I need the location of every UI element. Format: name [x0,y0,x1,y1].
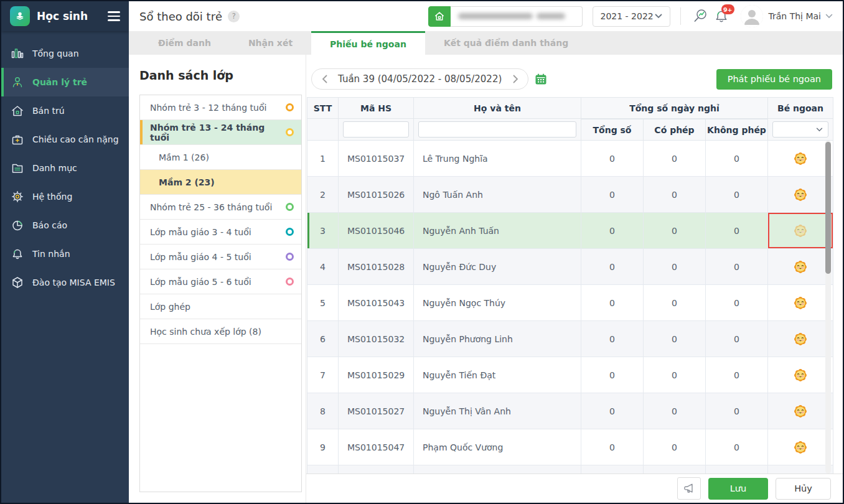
sidebar-item-he-thong[interactable]: Hệ thống [1,182,129,211]
week-selector: Tuần 39 (04/05/2022 - 08/05/2022) [311,68,528,90]
good-child-sticker-icon[interactable] [768,429,833,465]
class-panel: Danh sách lớp Nhóm trẻ 3 - 12 tháng tuổi… [129,55,306,503]
search-analytics-icon[interactable] [690,6,711,27]
pie-chart-icon [10,218,25,233]
class-item[interactable]: Học sinh chưa xếp lớp (8) [140,319,301,344]
col-header-sticker: Bé ngoan [768,98,833,118]
class-item[interactable]: Lớp mẫu giáo 4 - 5 tuổi [140,245,301,269]
status-dot [286,278,294,286]
avatar[interactable] [741,5,763,27]
notifications-bell-icon[interactable]: 9+ [711,6,732,27]
class-item[interactable]: Lớp mẫu giáo 3 - 4 tuổi [140,220,301,245]
class-item[interactable]: Lớp ghép [140,294,301,319]
sidebar-item-label: Đào tạo MISA EMIS [32,278,115,287]
tab-nhan-xet[interactable]: Nhận xét [230,31,311,55]
home-icon[interactable] [428,6,451,27]
class-item-selected-group[interactable]: Nhóm trẻ 13 - 24 tháng tuổi [140,120,301,145]
chevron-down-icon [655,14,662,19]
class-item[interactable]: Mầm 1 (26) [140,145,301,170]
table-row[interactable]: 6 MS01015032 Nguyễn Phương Linh 0 0 0 [307,321,833,357]
bar-chart-icon [10,46,25,61]
user-menu-chevron-icon[interactable] [825,14,833,19]
cancel-button[interactable]: Hủy [776,478,831,500]
sidebar-item-ban-tru[interactable]: Bán trú [1,96,129,125]
table-row[interactable]: 1 MS01015037 Lê Trung Nghĩa 0 0 0 [307,141,833,177]
table-row[interactable]: 9 MS01015047 Phạm Quốc Vương 0 0 0 [307,429,833,465]
good-child-sticker-icon[interactable] [768,285,833,320]
status-dot [286,103,294,111]
sidebar-item-tin-nhan[interactable]: Tin nhắn [1,240,129,268]
tab-ket-qua-diem-danh-thang[interactable]: Kết quả điểm danh tháng [425,31,587,55]
sidebar-item-danh-muc[interactable]: Danh mục [1,154,129,182]
footer-actions: Lưu Hủy [306,474,843,503]
scrollbar-thumb[interactable] [825,142,831,274]
save-button[interactable]: Lưu [708,478,768,500]
help-icon[interactable]: ? [228,11,240,22]
class-item-selected-class[interactable]: Mầm 2 (23) [140,170,301,195]
app-window: Học sinh Tổng quan Quản lý trẻ Bán tr [0,0,844,504]
good-child-sticker-icon[interactable] [768,141,833,176]
sidebar-item-label: Chiều cao cân nặng [32,134,119,144]
sidebar-item-chieu-cao-can-nang[interactable]: Chiều cao cân nặng [1,125,129,154]
sidebar-item-label: Quản lý trẻ [32,77,87,87]
class-item[interactable]: Nhóm trẻ 3 - 12 tháng tuổi [140,95,301,120]
table-row[interactable]: 8 MS01015027 Nguyễn Thị Vân Anh 0 0 0 [307,393,833,429]
table-row[interactable]: 7 MS01015029 Nguyễn Tiến Đạt 0 0 0 [307,357,833,393]
sticker-filter-select[interactable] [772,121,828,138]
sidebar-item-label: Danh mục [32,163,77,173]
week-toolbar: Tuần 39 (04/05/2022 - 08/05/2022) Phát p… [307,68,832,90]
table-row-selected[interactable]: 3 MS01015046 Nguyễn Anh Tuấn 0 0 0 [307,213,833,249]
good-child-sticker-icon[interactable] [768,177,833,212]
sidebar-item-label: Hệ thống [32,192,72,202]
school-year-value: 2021 - 2022 [601,11,655,21]
sidebar-item-tong-quan[interactable]: Tổng quan [1,39,129,68]
calendar-icon[interactable] [535,73,547,85]
prev-week-icon[interactable] [316,70,333,88]
col-header-name: Họ và tên [414,98,581,118]
sidebar-item-label: Báo cáo [32,220,67,230]
status-dot [286,128,294,136]
table-row[interactable]: 5 MS01015043 Nguyễn Ngọc Thúy 0 0 0 [307,285,833,321]
good-child-sticker-icon[interactable] [768,249,833,284]
notification-badge: 9+ [721,4,734,14]
good-child-sticker-icon-selected[interactable] [768,213,833,248]
class-item[interactable]: Lớp mẫu giáo 5 - 6 tuổi [140,269,301,294]
status-dot [286,203,294,211]
good-child-sticker-icon[interactable] [768,321,833,357]
issue-sticker-button[interactable]: Phát phiếu bé ngoan [716,69,832,90]
table-row-partial [307,465,833,474]
status-dot [286,253,294,261]
good-child-sticker-icon[interactable] [768,357,833,393]
school-year-select[interactable]: 2021 - 2022 [593,6,670,27]
col-header-code: Mã HS [339,98,414,118]
school-name-redacted [451,6,583,27]
table-row[interactable]: 2 MS01015026 Ngô Tuấn Anh 0 0 0 [307,177,833,213]
sidebar: Học sinh Tổng quan Quản lý trẻ Bán tr [1,1,129,503]
table-header-row: STT Mã HS Họ và tên Tổng số ngày nghỉ Bé… [307,97,833,118]
topbar: Sổ theo dõi trẻ ? 2021 - 2022 [129,1,843,31]
sidebar-item-label: Bán trú [32,106,65,116]
sidebar-item-bao-cao[interactable]: Báo cáo [1,211,129,240]
sidebar-item-label: Tổng quan [32,49,79,58]
sidebar-item-quan-ly-tre[interactable]: Quản lý trẻ [1,68,129,96]
table-row[interactable]: 4 MS01015028 Nguyễn Đức Duy 0 0 0 [307,249,833,285]
col-header-unexcused: Không phép [706,119,768,140]
sidebar-header: Học sinh [1,1,129,31]
name-filter-input[interactable] [418,121,576,138]
school-selector[interactable] [428,6,583,27]
user-name[interactable]: Trần Thị Mai [769,11,821,21]
code-filter-input[interactable] [343,121,409,138]
chevron-down-icon [816,128,823,132]
house-icon [10,103,25,118]
sidebar-item-dao-tao-misa-emis[interactable]: Đào tạo MISA EMIS [1,268,129,297]
class-item[interactable]: Nhóm trẻ 25 - 36 tháng tuổi [140,195,301,220]
good-child-sticker-icon[interactable] [768,393,833,429]
next-week-icon[interactable] [507,70,524,88]
announce-button[interactable] [677,477,701,500]
first-aid-kit-icon [10,132,25,147]
tab-phieu-be-ngoan[interactable]: Phiếu bé ngoan [311,31,425,55]
tab-diem-danh[interactable]: Điểm danh [139,31,230,55]
status-dot [286,228,294,236]
tabbar: Điểm danh Nhận xét Phiếu bé ngoan Kết qu… [129,31,843,55]
menu-toggle-icon[interactable] [108,11,120,21]
